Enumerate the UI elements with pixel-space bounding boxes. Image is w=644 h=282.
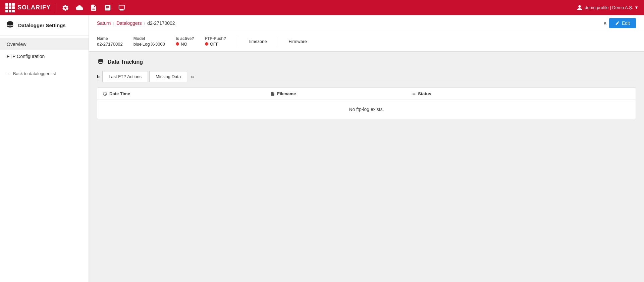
table-header: Date Time Filename Status xyxy=(97,88,636,100)
sidebar-header: Datalogger Settings xyxy=(0,15,89,36)
col-status-label: Status xyxy=(418,91,431,96)
breadcrumb-sep-2: › xyxy=(144,20,145,26)
logo-grid-icon xyxy=(5,3,15,12)
table-empty-message: No ftp-log exists. xyxy=(97,100,636,119)
edit-icon xyxy=(615,21,620,25)
info-sep-2 xyxy=(278,35,278,47)
tabs: Last FTP Actions Missing Data xyxy=(102,71,189,82)
tabs-container: b Last FTP Actions Missing Data c xyxy=(97,71,636,82)
annotation-b: b xyxy=(97,74,100,79)
sidebar-item-overview[interactable]: Overview xyxy=(0,38,89,50)
model-value: blue'Log X-3000 xyxy=(133,42,165,47)
user-icon xyxy=(577,5,583,11)
firmware-link[interactable]: Firmware xyxy=(289,39,307,44)
breadcrumb-dataloggers[interactable]: Dataloggers xyxy=(116,20,142,26)
active-label: Is active? xyxy=(176,36,194,41)
section-title: Data Tracking xyxy=(97,58,636,66)
model-field: Model blue'Log X-3000 xyxy=(133,36,165,47)
timezone-link[interactable]: Timezone xyxy=(248,39,267,44)
nav-icons xyxy=(62,4,125,11)
name-value: d2-27170002 xyxy=(97,42,123,47)
file-icon xyxy=(270,92,275,96)
breadcrumb-current: d2-27170002 xyxy=(147,20,175,26)
col-datetime-label: Date Time xyxy=(109,91,130,96)
annotation-a: a xyxy=(604,20,606,25)
database-icon xyxy=(97,58,104,66)
active-field: Is active? NO xyxy=(176,36,194,47)
user-menu[interactable]: demo profile | Demo A.Ş. ▼ xyxy=(577,5,639,11)
name-label: Name xyxy=(97,36,123,41)
breadcrumb-saturn[interactable]: Saturn xyxy=(97,20,111,26)
name-field: Name d2-27170002 xyxy=(97,36,123,47)
logo: SOLARIFY xyxy=(5,3,51,12)
col-datetime: Date Time xyxy=(103,91,270,96)
edit-button-label: Edit xyxy=(622,20,630,26)
main-content: Saturn › Dataloggers › d2-27170002 a Edi… xyxy=(89,15,644,282)
ftp-dot xyxy=(205,42,208,46)
ftp-log-table: Date Time Filename Status No ftp-log exi… xyxy=(97,88,636,119)
breadcrumb-sep-1: › xyxy=(113,20,114,26)
section-title-text: Data Tracking xyxy=(108,59,143,65)
clock-icon xyxy=(103,92,107,96)
back-to-datalogger[interactable]: ← Back to datalogger list xyxy=(0,68,89,79)
info-sep-1 xyxy=(237,35,237,47)
active-text: NO xyxy=(181,42,187,47)
ftp-field: FTP-Push? OFF xyxy=(205,36,226,47)
info-bar: Name d2-27170002 Model blue'Log X-3000 I… xyxy=(89,31,644,52)
sidebar-title: Datalogger Settings xyxy=(18,22,66,28)
ftp-label: FTP-Push? xyxy=(205,36,226,41)
monitor-icon[interactable] xyxy=(118,4,125,11)
document-icon[interactable] xyxy=(90,4,97,11)
user-label: demo profile | Demo A.Ş. ▼ xyxy=(585,5,639,10)
list-icon xyxy=(411,92,416,96)
breadcrumb: Saturn › Dataloggers › d2-27170002 xyxy=(97,20,175,26)
chart-icon[interactable] xyxy=(104,4,111,11)
top-bar: Saturn › Dataloggers › d2-27170002 a Edi… xyxy=(89,15,644,31)
annotation-c: c xyxy=(191,74,194,79)
nav-divider xyxy=(56,3,56,12)
data-tracking-section: Data Tracking b Last FTP Actions Missing… xyxy=(89,52,644,119)
cloud-icon[interactable] xyxy=(76,4,83,11)
col-filename: Filename xyxy=(270,91,411,96)
sidebar-item-ftp-config[interactable]: FTP Configuration xyxy=(0,50,89,62)
active-dot xyxy=(176,42,179,46)
top-nav: SOLARIFY demo profile | Demo A.Ş. ▼ xyxy=(0,0,644,15)
back-label: Back to datalogger list xyxy=(13,71,56,76)
layout: Datalogger Settings Overview FTP Configu… xyxy=(0,15,644,282)
model-label: Model xyxy=(133,36,165,41)
ftp-value: OFF xyxy=(205,42,226,47)
active-value: NO xyxy=(176,42,194,47)
col-status: Status xyxy=(411,91,630,96)
edit-button[interactable]: Edit xyxy=(609,18,636,28)
ftp-text: OFF xyxy=(210,42,219,47)
tab-missing-data[interactable]: Missing Data xyxy=(149,71,187,82)
settings-icon[interactable] xyxy=(62,4,69,11)
datalogger-icon xyxy=(5,20,15,30)
col-filename-label: Filename xyxy=(277,91,296,96)
tab-last-ftp-actions[interactable]: Last FTP Actions xyxy=(102,71,148,82)
logo-text: SOLARIFY xyxy=(17,4,51,11)
sidebar-nav: Overview FTP Configuration xyxy=(0,36,89,65)
sidebar: Datalogger Settings Overview FTP Configu… xyxy=(0,15,89,282)
back-arrow-icon: ← xyxy=(7,71,11,76)
